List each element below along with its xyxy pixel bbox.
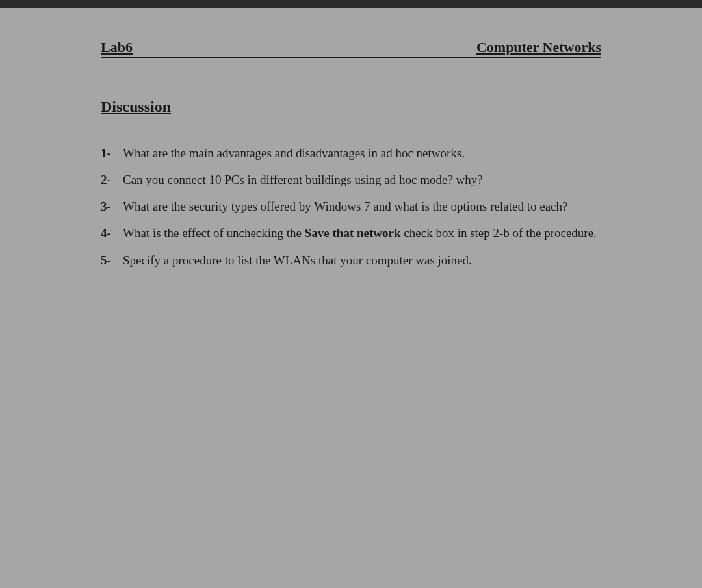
header-row: Lab6 Computer Networks (101, 39, 601, 58)
top-bar (0, 0, 702, 8)
question-text: What are the main advantages and disadva… (123, 142, 601, 164)
question-number: 1- (101, 142, 123, 164)
question-underline: Save that network (305, 226, 404, 240)
questions-list: 1- What are the main advantages and disa… (101, 142, 601, 272)
question-text-before: What are the security types offered by W… (123, 199, 567, 213)
question-number: 5- (101, 249, 123, 272)
question-text: What are the security types offered by W… (123, 195, 601, 218)
question-text: What is the effect of unchecking the Sav… (123, 222, 601, 244)
header-right: Computer Networks (476, 39, 601, 56)
document-content: Lab6 Computer Networks Discussion 1- Wha… (0, 8, 702, 272)
question-item: 3- What are the security types offered b… (101, 195, 601, 218)
question-text-before: What is the effect of unchecking the (123, 226, 305, 240)
question-number: 3- (101, 195, 123, 218)
question-item: 2- Can you connect 10 PCs in different b… (101, 168, 601, 191)
question-item: 5- Specify a procedure to list the WLANs… (101, 249, 601, 272)
question-number: 4- (101, 222, 123, 244)
question-number: 2- (101, 168, 123, 191)
question-text: Specify a procedure to list the WLANs th… (123, 249, 601, 272)
question-text-after: check box in step 2-b of the procedure. (404, 226, 597, 240)
question-item: 1- What are the main advantages and disa… (101, 142, 601, 164)
question-text: Can you connect 10 PCs in different buil… (123, 168, 601, 191)
question-item: 4- What is the effect of unchecking the … (101, 222, 601, 244)
question-text-before: Can you connect 10 PCs in different buil… (123, 173, 483, 186)
section-title: Discussion (101, 98, 601, 116)
header-left: Lab6 (101, 39, 133, 56)
question-text-before: Specify a procedure to list the WLANs th… (123, 253, 472, 267)
question-text-before: What are the main advantages and disadva… (123, 146, 465, 160)
